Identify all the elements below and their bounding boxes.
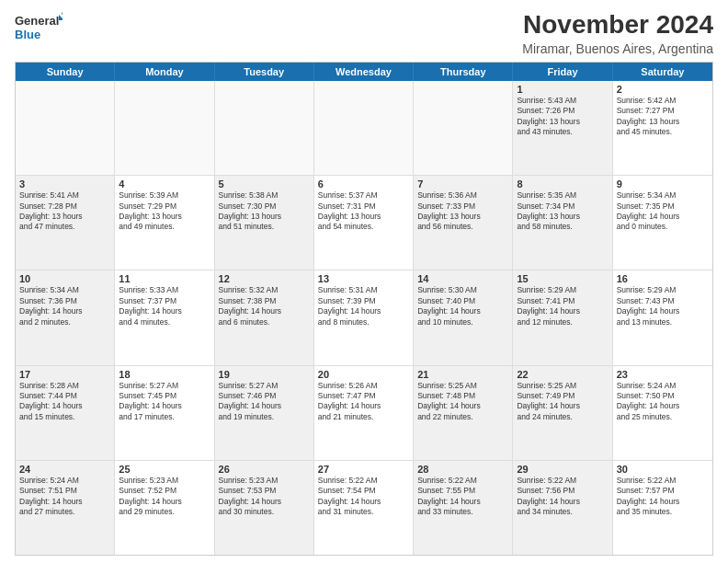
day-number-11: 11 bbox=[119, 273, 210, 284]
calendar-row-0: 1Sunrise: 5:43 AM Sunset: 7:26 PM Daylig… bbox=[16, 81, 712, 175]
day-26: 26Sunrise: 5:23 AM Sunset: 7:53 PM Dayli… bbox=[215, 461, 314, 555]
day-7: 7Sunrise: 5:36 AM Sunset: 7:33 PM Daylig… bbox=[414, 176, 513, 270]
day-9: 9Sunrise: 5:34 AM Sunset: 7:35 PM Daylig… bbox=[613, 176, 712, 270]
day-info-9: Sunrise: 5:34 AM Sunset: 7:35 PM Dayligh… bbox=[617, 190, 709, 233]
svg-text:Blue: Blue bbox=[15, 28, 40, 41]
day-30: 30Sunrise: 5:22 AM Sunset: 7:57 PM Dayli… bbox=[613, 461, 712, 555]
day-info-18: Sunrise: 5:27 AM Sunset: 7:45 PM Dayligh… bbox=[119, 381, 210, 423]
calendar-body: 1Sunrise: 5:43 AM Sunset: 7:26 PM Daylig… bbox=[16, 81, 712, 555]
day-number-22: 22 bbox=[517, 369, 608, 380]
weekday-tuesday: Tuesday bbox=[215, 63, 314, 81]
day-number-18: 18 bbox=[119, 369, 210, 380]
calendar-row-3: 17Sunrise: 5:28 AM Sunset: 7:44 PM Dayli… bbox=[16, 365, 712, 460]
day-21: 21Sunrise: 5:25 AM Sunset: 7:48 PM Dayli… bbox=[414, 366, 513, 460]
day-info-14: Sunrise: 5:30 AM Sunset: 7:40 PM Dayligh… bbox=[417, 285, 508, 327]
day-info-2: Sunrise: 5:42 AM Sunset: 7:27 PM Dayligh… bbox=[617, 96, 709, 138]
day-number-16: 16 bbox=[617, 273, 709, 284]
day-info-11: Sunrise: 5:33 AM Sunset: 7:37 PM Dayligh… bbox=[119, 285, 210, 327]
day-info-15: Sunrise: 5:29 AM Sunset: 7:41 PM Dayligh… bbox=[517, 285, 608, 327]
day-23: 23Sunrise: 5:24 AM Sunset: 7:50 PM Dayli… bbox=[613, 366, 712, 460]
header: General Blue November 2024 Miramar, Buen… bbox=[15, 11, 713, 56]
day-info-16: Sunrise: 5:29 AM Sunset: 7:43 PM Dayligh… bbox=[617, 285, 709, 327]
day-number-13: 13 bbox=[318, 273, 409, 284]
day-number-17: 17 bbox=[19, 369, 110, 380]
day-number-21: 21 bbox=[417, 369, 508, 380]
day-info-30: Sunrise: 5:22 AM Sunset: 7:57 PM Dayligh… bbox=[617, 476, 709, 518]
day-number-2: 2 bbox=[617, 84, 709, 95]
day-info-17: Sunrise: 5:28 AM Sunset: 7:44 PM Dayligh… bbox=[19, 381, 110, 423]
day-11: 11Sunrise: 5:33 AM Sunset: 7:37 PM Dayli… bbox=[115, 270, 214, 364]
weekday-monday: Monday bbox=[115, 63, 214, 81]
day-3: 3Sunrise: 5:41 AM Sunset: 7:28 PM Daylig… bbox=[16, 176, 115, 270]
weekday-thursday: Thursday bbox=[414, 63, 513, 81]
day-1: 1Sunrise: 5:43 AM Sunset: 7:26 PM Daylig… bbox=[513, 81, 612, 175]
day-info-19: Sunrise: 5:27 AM Sunset: 7:46 PM Dayligh… bbox=[219, 381, 310, 423]
day-22: 22Sunrise: 5:25 AM Sunset: 7:49 PM Dayli… bbox=[513, 366, 612, 460]
day-number-7: 7 bbox=[417, 178, 508, 190]
day-info-10: Sunrise: 5:34 AM Sunset: 7:36 PM Dayligh… bbox=[19, 285, 110, 327]
day-number-24: 24 bbox=[19, 464, 110, 475]
day-number-3: 3 bbox=[19, 178, 110, 190]
day-2: 2Sunrise: 5:42 AM Sunset: 7:27 PM Daylig… bbox=[613, 81, 712, 175]
calendar-header: SundayMondayTuesdayWednesdayThursdayFrid… bbox=[16, 63, 712, 81]
day-12: 12Sunrise: 5:32 AM Sunset: 7:38 PM Dayli… bbox=[215, 270, 314, 364]
day-number-9: 9 bbox=[617, 178, 709, 190]
weekday-saturday: Saturday bbox=[613, 63, 712, 81]
day-20: 20Sunrise: 5:26 AM Sunset: 7:47 PM Dayli… bbox=[314, 366, 414, 460]
day-13: 13Sunrise: 5:31 AM Sunset: 7:39 PM Dayli… bbox=[314, 270, 414, 364]
subtitle: Miramar, Buenos Aires, Argentina bbox=[522, 41, 713, 56]
day-29: 29Sunrise: 5:22 AM Sunset: 7:56 PM Dayli… bbox=[513, 461, 612, 555]
day-number-8: 8 bbox=[517, 178, 608, 190]
svg-marker-3 bbox=[62, 12, 63, 15]
day-info-24: Sunrise: 5:24 AM Sunset: 7:51 PM Dayligh… bbox=[19, 476, 110, 518]
day-15: 15Sunrise: 5:29 AM Sunset: 7:41 PM Dayli… bbox=[513, 270, 612, 364]
day-number-25: 25 bbox=[119, 464, 210, 475]
svg-marker-2 bbox=[59, 15, 63, 20]
day-6: 6Sunrise: 5:37 AM Sunset: 7:31 PM Daylig… bbox=[314, 176, 414, 270]
svg-text:General: General bbox=[15, 14, 59, 28]
day-number-29: 29 bbox=[517, 464, 608, 475]
day-4: 4Sunrise: 5:39 AM Sunset: 7:29 PM Daylig… bbox=[115, 176, 214, 270]
empty-cell bbox=[215, 81, 314, 175]
day-10: 10Sunrise: 5:34 AM Sunset: 7:36 PM Dayli… bbox=[16, 270, 115, 364]
day-number-23: 23 bbox=[617, 369, 709, 380]
day-number-28: 28 bbox=[417, 464, 508, 475]
day-number-6: 6 bbox=[318, 178, 409, 190]
day-number-14: 14 bbox=[417, 273, 508, 284]
calendar: SundayMondayTuesdayWednesdayThursdayFrid… bbox=[15, 62, 713, 556]
day-number-30: 30 bbox=[617, 464, 709, 475]
weekday-wednesday: Wednesday bbox=[314, 63, 414, 81]
day-number-26: 26 bbox=[219, 464, 310, 475]
title-block: November 2024 Miramar, Buenos Aires, Arg… bbox=[522, 11, 713, 56]
weekday-friday: Friday bbox=[513, 63, 612, 81]
logo: General Blue bbox=[15, 11, 63, 44]
day-info-22: Sunrise: 5:25 AM Sunset: 7:49 PM Dayligh… bbox=[517, 381, 608, 423]
day-number-27: 27 bbox=[318, 464, 409, 475]
day-5: 5Sunrise: 5:38 AM Sunset: 7:30 PM Daylig… bbox=[215, 176, 314, 270]
day-number-10: 10 bbox=[19, 273, 110, 284]
day-19: 19Sunrise: 5:27 AM Sunset: 7:46 PM Dayli… bbox=[215, 366, 314, 460]
day-25: 25Sunrise: 5:23 AM Sunset: 7:52 PM Dayli… bbox=[115, 461, 214, 555]
logo-svg: General Blue bbox=[15, 11, 63, 44]
day-info-4: Sunrise: 5:39 AM Sunset: 7:29 PM Dayligh… bbox=[119, 190, 210, 233]
day-info-23: Sunrise: 5:24 AM Sunset: 7:50 PM Dayligh… bbox=[617, 381, 709, 423]
main-title: November 2024 bbox=[522, 11, 713, 40]
day-info-13: Sunrise: 5:31 AM Sunset: 7:39 PM Dayligh… bbox=[318, 285, 409, 327]
day-8: 8Sunrise: 5:35 AM Sunset: 7:34 PM Daylig… bbox=[513, 176, 612, 270]
day-number-12: 12 bbox=[219, 273, 310, 284]
day-27: 27Sunrise: 5:22 AM Sunset: 7:54 PM Dayli… bbox=[314, 461, 414, 555]
day-24: 24Sunrise: 5:24 AM Sunset: 7:51 PM Dayli… bbox=[16, 461, 115, 555]
day-number-1: 1 bbox=[517, 84, 608, 95]
calendar-row-1: 3Sunrise: 5:41 AM Sunset: 7:28 PM Daylig… bbox=[16, 175, 712, 270]
day-info-21: Sunrise: 5:25 AM Sunset: 7:48 PM Dayligh… bbox=[417, 381, 508, 423]
day-info-7: Sunrise: 5:36 AM Sunset: 7:33 PM Dayligh… bbox=[417, 190, 508, 233]
day-info-26: Sunrise: 5:23 AM Sunset: 7:53 PM Dayligh… bbox=[219, 476, 310, 518]
day-info-20: Sunrise: 5:26 AM Sunset: 7:47 PM Dayligh… bbox=[318, 381, 409, 423]
day-18: 18Sunrise: 5:27 AM Sunset: 7:45 PM Dayli… bbox=[115, 366, 214, 460]
day-14: 14Sunrise: 5:30 AM Sunset: 7:40 PM Dayli… bbox=[414, 270, 513, 364]
day-info-6: Sunrise: 5:37 AM Sunset: 7:31 PM Dayligh… bbox=[318, 190, 409, 233]
empty-cell bbox=[115, 81, 214, 175]
day-info-28: Sunrise: 5:22 AM Sunset: 7:55 PM Dayligh… bbox=[417, 476, 508, 518]
day-info-1: Sunrise: 5:43 AM Sunset: 7:26 PM Dayligh… bbox=[517, 96, 608, 138]
day-number-19: 19 bbox=[219, 369, 310, 380]
